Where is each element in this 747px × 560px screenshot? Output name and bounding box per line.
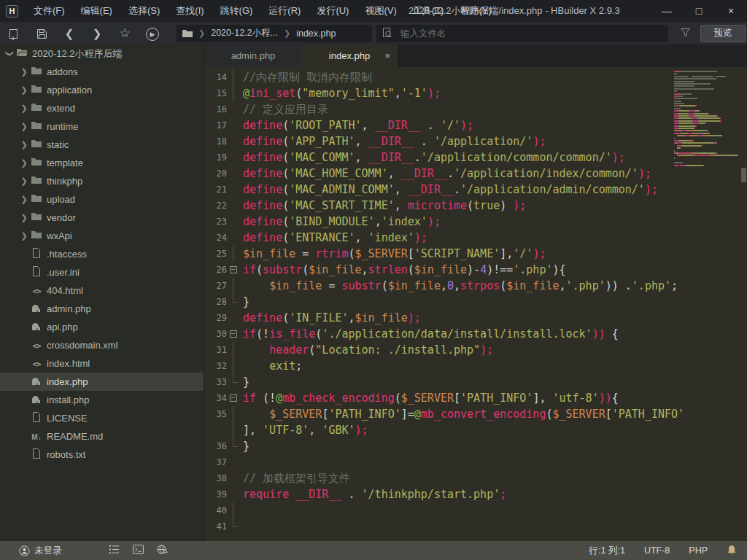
- menu-item-7[interactable]: 视图(V): [357, 0, 404, 22]
- chevron-right-icon[interactable]: ❯: [19, 67, 29, 77]
- code-line-29[interactable]: 29define('IN_FILE',$in_file);: [205, 310, 747, 326]
- tree-item-api.php[interactable]: api.php: [0, 318, 204, 336]
- chevron-right-icon[interactable]: ❯: [19, 104, 29, 113]
- run-button[interactable]: ▶: [139, 26, 166, 41]
- line-number[interactable]: 35: [205, 406, 227, 422]
- tree-root[interactable]: ❯ 2020-12.2小程序后端: [0, 44, 204, 63]
- line-number[interactable]: 40: [205, 502, 227, 518]
- login-status[interactable]: 未登录: [19, 545, 62, 557]
- code-line-16[interactable]: 16// 定义应用目录: [205, 101, 747, 117]
- encoding-indicator[interactable]: UTF-8: [644, 545, 670, 556]
- code-line-24[interactable]: 24define('ENTRANCE', 'index');: [205, 230, 747, 246]
- line-number[interactable]: 33: [205, 374, 227, 390]
- code-line-40[interactable]: 40: [205, 502, 747, 518]
- tree-item-extend[interactable]: ❯extend: [0, 99, 204, 117]
- line-number[interactable]: 26: [205, 262, 227, 278]
- line-number[interactable]: 22: [205, 198, 227, 214]
- preview-button[interactable]: 预览: [700, 25, 746, 42]
- code-line-32[interactable]: 32 exit;: [205, 358, 747, 374]
- code-line-36[interactable]: 36}: [205, 438, 747, 454]
- tree-item-robots.txt[interactable]: robots.txt: [0, 446, 204, 464]
- line-number[interactable]: 25: [205, 246, 227, 262]
- menu-item-1[interactable]: 编辑(E): [73, 0, 120, 22]
- code-editor[interactable]: 14//内存限制 取消内存限制15@ini_set("memory_limit"…: [205, 67, 747, 541]
- tree-item-index.html[interactable]: <>index.html: [0, 354, 204, 373]
- chevron-right-icon[interactable]: ❯: [19, 122, 29, 131]
- breadcrumb-project[interactable]: 2020-12.2小程...: [211, 27, 278, 39]
- code-line-18[interactable]: 18define('APP_PATH', __DIR__ . '/applica…: [205, 133, 747, 149]
- menu-item-3[interactable]: 查找(I): [168, 0, 212, 22]
- code-line-30[interactable]: 30if(!is_file('./application/data/instal…: [205, 326, 747, 342]
- file-search-input[interactable]: [399, 28, 640, 39]
- chevron-right-icon[interactable]: ❯: [19, 140, 29, 149]
- line-number[interactable]: 20: [205, 166, 227, 182]
- cursor-position[interactable]: 行:1 列:1: [589, 545, 625, 557]
- tree-item-LICENSE[interactable]: LICENSE: [0, 409, 204, 427]
- line-number[interactable]: 14: [205, 69, 227, 85]
- fold-collapse-icon[interactable]: [227, 262, 239, 278]
- line-number[interactable]: 31: [205, 342, 227, 358]
- tab-index.php[interactable]: index.php×: [301, 44, 398, 67]
- breadcrumb[interactable]: ❯ 2020-12.2小程... ❯ index.php: [177, 25, 372, 42]
- breadcrumb-file[interactable]: index.php: [296, 28, 336, 39]
- line-number[interactable]: 23: [205, 214, 227, 230]
- code-line-38[interactable]: 38// 加载框架引导文件: [205, 470, 747, 486]
- tree-item-thinkphp[interactable]: ❯thinkphp: [0, 172, 204, 190]
- tree-item-.htaccess[interactable]: .htaccess: [0, 245, 204, 263]
- close-button[interactable]: ×: [715, 0, 747, 22]
- line-number[interactable]: 29: [205, 310, 227, 326]
- back-button[interactable]: ❮: [55, 27, 83, 40]
- code-line-25[interactable]: 25$in_file = rtrim($_SERVER['SCRIPT_NAME…: [205, 246, 747, 262]
- tree-item-static[interactable]: ❯static: [0, 136, 204, 154]
- line-number[interactable]: 24: [205, 230, 227, 246]
- line-number[interactable]: 21: [205, 182, 227, 198]
- code-line-22[interactable]: 22define('MAC_START_TIME', microtime(tru…: [205, 198, 747, 214]
- line-number[interactable]: 36: [205, 438, 227, 454]
- maximize-button[interactable]: □: [683, 0, 715, 22]
- code-line-23[interactable]: 23define('BIND_MODULE','index');: [205, 214, 747, 230]
- menu-item-0[interactable]: 文件(F): [26, 0, 73, 22]
- line-number[interactable]: 32: [205, 358, 227, 374]
- tree-item-vendor[interactable]: ❯vendor: [0, 209, 204, 227]
- code-line-33[interactable]: 33}: [205, 374, 747, 390]
- tab-close-icon[interactable]: ×: [384, 50, 390, 61]
- filter-button[interactable]: [674, 27, 696, 40]
- line-number[interactable]: 41: [205, 518, 227, 534]
- line-number[interactable]: 39: [205, 486, 227, 502]
- tree-item-install.php[interactable]: install.php: [0, 391, 204, 409]
- terminal-button[interactable]: [133, 545, 144, 556]
- language-mode[interactable]: PHP: [689, 545, 708, 556]
- tree-item-README.md[interactable]: M↓README.md: [0, 427, 204, 446]
- menu-item-5[interactable]: 运行(R): [260, 0, 309, 22]
- tree-item-index.php[interactable]: index.php: [0, 373, 204, 391]
- menu-item-6[interactable]: 发行(U): [309, 0, 357, 22]
- favorite-button[interactable]: ☆: [111, 26, 139, 41]
- tree-item-admin.php[interactable]: admin.php: [0, 300, 204, 318]
- chevron-right-icon[interactable]: ❯: [19, 158, 29, 168]
- tree-item-runtime[interactable]: ❯runtime: [0, 117, 204, 136]
- line-number[interactable]: 18: [205, 133, 227, 149]
- tree-item-template[interactable]: ❯template: [0, 154, 204, 172]
- line-number[interactable]: 19: [205, 149, 227, 166]
- chevron-right-icon[interactable]: ❯: [19, 231, 29, 241]
- line-number[interactable]: 37: [205, 454, 227, 470]
- minimap[interactable]: [674, 71, 738, 172]
- code-line-19[interactable]: 19define('MAC_COMM', __DIR__.'/applicati…: [205, 149, 747, 166]
- code-line-26[interactable]: 26if(substr($in_file,strlen($in_file)-4)…: [205, 262, 747, 278]
- line-number[interactable]: 15: [205, 85, 227, 101]
- code-line-31[interactable]: 31 header("Location: ./install.php");: [205, 342, 747, 358]
- tree-item-addons[interactable]: ❯addons: [0, 63, 204, 81]
- tree-item-crossdomain.xml[interactable]: <>crossdomain.xml: [0, 336, 204, 354]
- chevron-right-icon[interactable]: ❯: [19, 213, 29, 222]
- forward-button[interactable]: ❯: [83, 27, 111, 40]
- code-line-20[interactable]: 20define('MAC_HOME_COMM', __DIR__.'/appl…: [205, 166, 747, 182]
- menu-item-2[interactable]: 选择(S): [120, 0, 168, 22]
- chevron-right-icon[interactable]: ❯: [19, 176, 29, 186]
- line-number[interactable]: 34: [205, 390, 227, 406]
- minimize-button[interactable]: —: [651, 0, 683, 22]
- code-line-37[interactable]: 37: [205, 454, 747, 470]
- code-line-41[interactable]: 41: [205, 518, 747, 534]
- chevron-right-icon[interactable]: ❯: [19, 85, 29, 95]
- code-line-21[interactable]: 21define('MAC_ADMIN_COMM', __DIR__.'/app…: [205, 182, 747, 198]
- save-button[interactable]: [28, 27, 55, 40]
